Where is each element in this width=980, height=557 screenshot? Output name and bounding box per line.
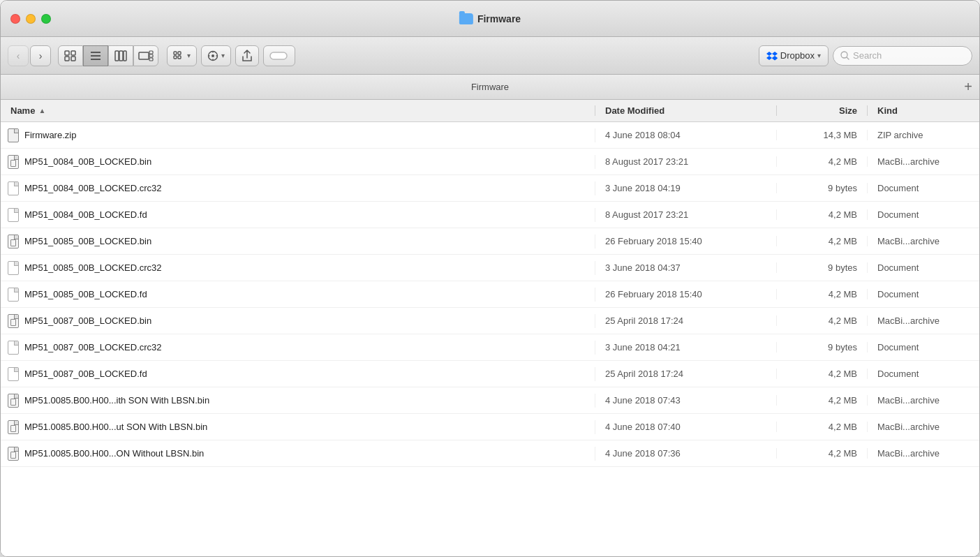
file-date: 4 June 2018 07:40 <box>595 422 777 432</box>
path-bar-title: Firmware <box>471 82 509 92</box>
col-header-name[interactable]: Name ▲ <box>1 105 595 116</box>
svg-rect-14 <box>174 52 177 54</box>
svg-rect-2 <box>65 57 69 61</box>
doc-icon <box>8 261 19 275</box>
zip-icon <box>8 128 19 142</box>
add-button[interactable]: + <box>964 79 972 95</box>
back-button[interactable]: ‹ <box>8 45 29 66</box>
table-row[interactable]: MP51_0085_00B_LOCKED.fd 26 February 2018… <box>1 281 979 308</box>
bin-icon <box>8 420 19 434</box>
file-name: MP51_0087_00B_LOCKED.bin <box>1 314 595 328</box>
dropbox-button[interactable]: Dropbox ▾ <box>759 45 829 66</box>
file-kind: Document <box>868 209 979 220</box>
column-headers: Name ▲ Date Modified Size Kind <box>1 100 979 122</box>
file-kind: Document <box>868 262 979 273</box>
search-placeholder: Search <box>853 50 882 61</box>
doc-icon <box>8 341 19 355</box>
file-kind: ZIP archive <box>868 130 979 140</box>
table-row[interactable]: MP51_0087_00B_LOCKED.bin 25 April 2018 1… <box>1 308 979 334</box>
svg-point-19 <box>211 54 214 57</box>
file-name: MP51_0084_00B_LOCKED.fd <box>1 208 595 222</box>
file-size: 4,2 MB <box>777 315 868 326</box>
share-button[interactable] <box>235 45 259 66</box>
file-date: 8 August 2017 23:21 <box>595 209 777 220</box>
doc-icon <box>8 208 19 222</box>
file-size: 4,2 MB <box>777 448 868 459</box>
svg-rect-0 <box>65 51 69 55</box>
file-kind: MacBi...archive <box>868 422 979 432</box>
file-date: 25 April 2018 17:24 <box>595 369 777 379</box>
col-header-size[interactable]: Size <box>777 105 868 116</box>
file-date: 26 February 2018 15:40 <box>595 289 777 299</box>
file-size: 4,2 MB <box>777 209 868 220</box>
file-size: 9 bytes <box>777 342 868 352</box>
svg-rect-11 <box>149 51 153 54</box>
table-row[interactable]: MP51.0085.B00.H00...ith SON With LBSN.bi… <box>1 387 979 414</box>
file-size: 4,2 MB <box>777 289 868 299</box>
table-row[interactable]: MP51.0085.B00.H00...ON Without LBSN.bin … <box>1 440 979 467</box>
svg-rect-7 <box>115 51 119 61</box>
file-name: MP51_0084_00B_LOCKED.bin <box>1 155 595 169</box>
svg-rect-10 <box>139 52 149 59</box>
file-name: MP51_0087_00B_LOCKED.fd <box>1 367 595 381</box>
view-icon-button[interactable] <box>58 45 83 66</box>
bin-icon <box>8 447 19 461</box>
col-header-kind[interactable]: Kind <box>868 105 979 116</box>
minimize-button[interactable] <box>26 14 36 24</box>
search-box[interactable]: Search <box>833 46 972 66</box>
file-size: 4,2 MB <box>777 395 868 406</box>
svg-rect-8 <box>119 51 123 61</box>
view-list-button[interactable] <box>83 45 108 66</box>
file-kind: Document <box>868 289 979 299</box>
table-row[interactable]: MP51_0087_00B_LOCKED.crc32 3 June 2018 0… <box>1 334 979 361</box>
table-row[interactable]: MP51_0084_00B_LOCKED.crc32 3 June 2018 0… <box>1 175 979 202</box>
file-name: Firmware.zip <box>1 128 595 142</box>
file-name: MP51_0085_00B_LOCKED.bin <box>1 235 595 248</box>
file-name: MP51.0085.B00.H00...ut SON With LBSN.bin <box>1 420 595 434</box>
file-date: 4 June 2018 08:04 <box>595 130 777 140</box>
tag-button[interactable] <box>263 45 295 66</box>
close-button[interactable] <box>10 14 20 24</box>
svg-rect-17 <box>178 56 181 59</box>
view-column-button[interactable] <box>108 45 133 66</box>
action-button[interactable]: ▾ <box>201 45 231 66</box>
bin-icon <box>8 235 19 248</box>
col-header-date[interactable]: Date Modified <box>595 105 777 116</box>
folder-path-bar: Firmware + <box>1 75 979 100</box>
nav-buttons: ‹ › <box>8 45 51 66</box>
file-kind: Document <box>868 369 979 379</box>
doc-icon <box>8 288 19 302</box>
table-row[interactable]: MP51_0085_00B_LOCKED.crc32 3 June 2018 0… <box>1 255 979 281</box>
sort-arrow-icon: ▲ <box>38 107 45 114</box>
svg-rect-24 <box>270 52 287 59</box>
title-text: Firmware <box>477 13 521 24</box>
file-name: MP51_0084_00B_LOCKED.crc32 <box>1 181 595 195</box>
file-size: 4,2 MB <box>777 422 868 432</box>
file-kind: Document <box>868 342 979 352</box>
maximize-button[interactable] <box>41 14 51 24</box>
view-gallery-button[interactable] <box>133 45 158 66</box>
table-row[interactable]: MP51_0085_00B_LOCKED.bin 26 February 201… <box>1 228 979 255</box>
file-size: 14,3 MB <box>777 130 868 140</box>
arrange-button[interactable]: ▾ <box>167 45 197 66</box>
file-kind: MacBi...archive <box>868 236 979 246</box>
bin-icon <box>8 155 19 169</box>
file-name: MP51_0085_00B_LOCKED.crc32 <box>1 261 595 275</box>
folder-icon <box>459 13 473 24</box>
svg-rect-15 <box>174 56 177 59</box>
file-name: MP51_0087_00B_LOCKED.crc32 <box>1 341 595 355</box>
bin-icon <box>8 394 19 408</box>
svg-rect-12 <box>149 54 153 57</box>
forward-button[interactable]: › <box>30 45 51 66</box>
file-kind: Document <box>868 183 979 193</box>
svg-line-26 <box>847 57 849 59</box>
table-row[interactable]: MP51_0084_00B_LOCKED.bin 8 August 2017 2… <box>1 149 979 175</box>
table-row[interactable]: MP51.0085.B00.H00...ut SON With LBSN.bin… <box>1 414 979 440</box>
table-row[interactable]: Firmware.zip 4 June 2018 08:04 14,3 MB Z… <box>1 122 979 149</box>
svg-rect-3 <box>71 57 75 61</box>
table-row[interactable]: MP51_0084_00B_LOCKED.fd 8 August 2017 23… <box>1 202 979 228</box>
table-row[interactable]: MP51_0087_00B_LOCKED.fd 25 April 2018 17… <box>1 361 979 387</box>
doc-icon <box>8 181 19 195</box>
main-content: Name ▲ Date Modified Size Kind Firmware.… <box>1 100 979 557</box>
file-kind: MacBi...archive <box>868 395 979 406</box>
